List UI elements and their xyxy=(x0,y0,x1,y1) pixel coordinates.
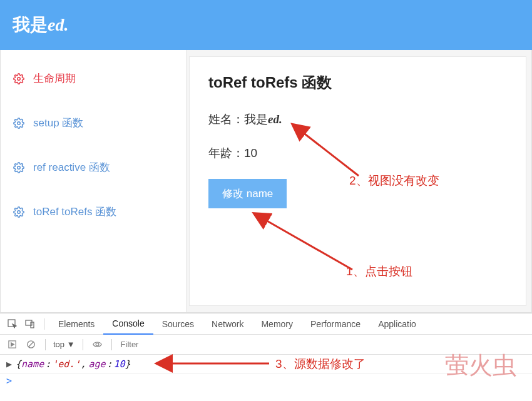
tab-console[interactable]: Console xyxy=(103,313,153,335)
sidebar: 生命周期 setup 函数 ref reactive 函数 toRef toRe… xyxy=(1,50,187,312)
sidebar-item-label: 生命周期 xyxy=(33,71,76,86)
content-heading: toRef toRefs 函数 xyxy=(208,73,507,93)
svg-marker-12 xyxy=(11,343,14,347)
annotation-3: 3、源数据修改了 xyxy=(275,356,366,372)
sidebar-item-toref-torefs[interactable]: toRef toRefs 函数 xyxy=(1,190,186,234)
obj-val: 10 xyxy=(114,358,125,370)
sidebar-item-setup[interactable]: setup 函数 xyxy=(1,101,186,145)
separator xyxy=(111,339,112,350)
age-value: 10 xyxy=(244,146,257,160)
sidebar-item-label: setup 函数 xyxy=(33,116,83,130)
sidebar-item-lifecycle[interactable]: 生命周期 xyxy=(1,56,186,101)
svg-point-1 xyxy=(18,121,21,124)
svg-point-3 xyxy=(18,210,21,213)
device-icon[interactable] xyxy=(25,319,35,329)
header-title: 我是ed. xyxy=(13,13,68,37)
gear-icon xyxy=(13,73,24,84)
devtools-tabbar: Elements Console Sources Network Memory … xyxy=(0,313,532,335)
main-body: 生命周期 setup 函数 ref reactive 函数 toRef toRe… xyxy=(0,50,532,313)
age-row: 年龄：10 xyxy=(208,145,507,161)
tab-application[interactable]: Applicatio xyxy=(369,314,425,334)
tab-elements[interactable]: Elements xyxy=(49,314,103,334)
content-panel: toRef toRefs 函数 姓名：我是ed. 年龄：10 修改 name 2… xyxy=(189,56,526,306)
name-value: 我是 xyxy=(244,113,268,126)
tab-performance[interactable]: Performance xyxy=(302,314,369,334)
tab-network[interactable]: Network xyxy=(203,314,252,334)
svg-point-2 xyxy=(18,166,21,169)
watermark: 萤火虫 xyxy=(445,350,516,382)
arrow-icon xyxy=(258,213,359,278)
separator xyxy=(83,339,83,350)
play-icon[interactable] xyxy=(8,340,18,349)
modify-name-button[interactable]: 修改 name xyxy=(208,179,287,208)
clear-icon[interactable] xyxy=(26,340,36,349)
obj-key: age xyxy=(88,358,105,370)
header-title-italic: ed. xyxy=(48,15,68,34)
console-output: ▶ {name: 'ed.', age: 10} 3、源数据修改了 萤火虫 xyxy=(0,355,532,373)
eye-icon[interactable] xyxy=(93,340,102,349)
annotation-2: 2、视图没有改变 xyxy=(349,173,439,189)
header-title-text: 我是 xyxy=(13,15,48,34)
devtools-panel: Elements Console Sources Network Memory … xyxy=(0,313,532,388)
gear-icon xyxy=(13,206,24,218)
separator xyxy=(45,339,46,350)
annotation-1: 1、点击按钮 xyxy=(346,263,412,280)
svg-line-14 xyxy=(29,342,34,347)
svg-point-15 xyxy=(96,343,99,346)
name-value-italic: ed. xyxy=(268,113,282,126)
context-selector[interactable]: top ▼ xyxy=(53,340,75,349)
sidebar-item-ref-reactive[interactable]: ref reactive 函数 xyxy=(1,145,186,190)
app-header: 我是ed. xyxy=(0,0,532,50)
svg-line-7 xyxy=(265,220,352,270)
obj-val: 'ed.' xyxy=(52,358,80,370)
expand-icon[interactable]: ▶ xyxy=(6,358,12,370)
name-label: 姓名： xyxy=(208,113,244,126)
gear-icon xyxy=(13,162,24,173)
obj-key: name xyxy=(21,358,44,370)
gear-icon xyxy=(13,118,24,129)
filter-input[interactable] xyxy=(117,338,528,350)
sidebar-item-label: ref reactive 函数 xyxy=(33,160,110,175)
svg-point-0 xyxy=(18,77,21,80)
inspect-icon[interactable] xyxy=(8,319,18,329)
name-row: 姓名：我是ed. xyxy=(208,111,507,128)
sidebar-item-label: toRef toRefs 函数 xyxy=(33,205,116,219)
tab-sources[interactable]: Sources xyxy=(153,314,203,334)
tab-memory[interactable]: Memory xyxy=(252,314,302,334)
age-label: 年龄： xyxy=(208,146,244,160)
separator xyxy=(44,318,44,330)
